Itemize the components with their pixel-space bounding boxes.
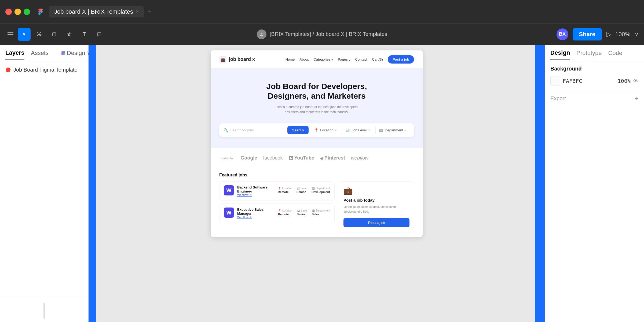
color-swatch[interactable] — [550, 76, 560, 86]
job-company-2[interactable]: Webflow ↗ — [237, 216, 275, 219]
scroll-indicator — [43, 303, 45, 319]
color-hex-value[interactable]: FAFBFC — [563, 78, 615, 84]
export-add-button[interactable]: + — [635, 95, 639, 102]
toolbar: T [BRIX Templates] / Job board X | BRIX … — [0, 24, 644, 45]
preview-navbar: 💼 job board x Home About Categories Page… — [211, 50, 423, 69]
breadcrumb: [BRIX Templates] / Job board X | BRIX Te… — [270, 31, 387, 37]
title-bar: Job board X | BRIX Templates × + — [0, 0, 644, 24]
user-avatar — [257, 29, 266, 39]
figma-preview-frame: 💼 job board x Home About Categories Page… — [211, 50, 423, 237]
nav-brand: 💼 job board x — [219, 56, 255, 63]
left-panel: Layers Assets Design ∨ 🔴 Job Board Figma… — [0, 45, 89, 322]
tab-layers[interactable]: Layers — [5, 49, 24, 60]
tab-title: Job board X | BRIX Templates — [54, 8, 133, 15]
svg-rect-0 — [37, 32, 38, 33]
location-icon: 📍 — [314, 128, 319, 132]
trusted-label: Trusted by — [219, 157, 233, 160]
tab-design[interactable]: Design — [550, 49, 570, 60]
location-dropdown[interactable]: 📍 Location ∨ — [311, 127, 340, 134]
share-button[interactable]: Share — [573, 28, 602, 40]
shape-tool-button[interactable] — [48, 28, 61, 41]
nav-cart[interactable]: Cart(3) — [372, 57, 383, 61]
department-label: Department — [385, 128, 403, 132]
blue-left-panel — [89, 45, 96, 322]
right-panel: Design Prototype Code Background FAFBFC … — [545, 45, 644, 322]
tab-code[interactable]: Code — [608, 50, 623, 60]
visibility-toggle-icon[interactable]: 👁 — [633, 78, 639, 84]
post-job-card-title: Post a job today — [343, 198, 409, 202]
main-layout: Layers Assets Design ∨ 🔴 Job Board Figma… — [0, 45, 644, 322]
job-level-icon: 📊 — [346, 128, 350, 132]
post-job-card-button[interactable]: Post a job — [343, 218, 409, 227]
level-value-1: Senior — [297, 190, 307, 194]
job-title-1: Backend Software Engineer — [237, 185, 275, 193]
svg-rect-2 — [37, 35, 38, 36]
nav-contact[interactable]: Contact — [355, 57, 367, 61]
hero-subtitle: Jobs is a curated job board of the best … — [268, 105, 365, 115]
select-tool-button[interactable] — [18, 28, 31, 41]
youtube-logo: ▶ YouTube — [289, 155, 314, 161]
nav-pages[interactable]: Pages — [338, 57, 350, 61]
table-row[interactable]: W Executive Sales Manager Webflow ↗ 📍 Lo… — [219, 203, 335, 223]
maximize-button[interactable] — [24, 9, 30, 15]
tab-close-icon[interactable]: × — [136, 9, 139, 14]
tab-assets[interactable]: Assets — [31, 50, 49, 60]
zoom-level[interactable]: 100% — [615, 31, 630, 38]
new-tab-button[interactable]: + — [147, 8, 151, 16]
job-title-2: Executive Sales Manager — [237, 208, 275, 216]
comment-tool-button[interactable] — [93, 28, 106, 41]
list-item[interactable]: 🔴 Job Board Figma Template — [5, 65, 83, 75]
active-tab[interactable]: Job board X | BRIX Templates × — [49, 6, 144, 17]
brand-icon: 💼 — [219, 56, 226, 63]
department-chevron-icon: ∨ — [405, 129, 407, 132]
svg-point-7 — [261, 33, 262, 34]
location-meta-icon: 📍 — [278, 187, 281, 190]
toolbar-right: BX Share ▷ 100% ∨ — [557, 28, 639, 40]
export-label: Export — [550, 95, 566, 102]
level-meta-icon: 📊 — [297, 187, 300, 190]
nav-about[interactable]: About — [299, 57, 309, 61]
post-job-card-desc: Lorem ipsum dolor sit amet, consectetur … — [343, 205, 409, 214]
nav-post-job-button[interactable]: Post a job — [388, 55, 414, 64]
location-value-2: Remote — [278, 213, 292, 216]
user-profile-avatar[interactable]: BX — [557, 28, 568, 40]
hamburger-menu[interactable] — [5, 30, 16, 38]
trusted-logos: Google facebook ▶ YouTube ◉ Pinterest we… — [241, 155, 368, 161]
figma-logo-icon — [36, 8, 45, 16]
table-row[interactable]: W Backend Software Engineer Webflow ↗ 📍 … — [219, 181, 335, 201]
text-tool-button[interactable]: T — [78, 28, 91, 41]
pinterest-logo: ◉ Pinterest — [320, 155, 345, 161]
search-submit-button[interactable]: Search — [287, 126, 309, 134]
play-button[interactable]: ▷ — [606, 31, 611, 38]
nav-home[interactable]: Home — [286, 57, 295, 61]
search-placeholder: Search for jobs — [230, 128, 254, 132]
jobs-grid: W Backend Software Engineer Webflow ↗ 📍 … — [219, 181, 414, 232]
department-dropdown[interactable]: 🏢 Department ∨ — [375, 127, 410, 134]
opacity-value[interactable]: 100% — [618, 78, 631, 84]
close-button[interactable] — [5, 9, 12, 15]
tab-prototype[interactable]: Prototype — [576, 50, 602, 60]
zoom-dropdown-icon[interactable]: ∨ — [635, 31, 639, 38]
job-cards-list: W Backend Software Engineer Webflow ↗ 📍 … — [219, 181, 335, 232]
hero-title: Job Board for Developers, Designers, and… — [219, 82, 414, 101]
layer-name: Job Board Figma Template — [13, 67, 78, 73]
job-meta-1: 📍 Location Remote 📊 Level — [278, 187, 330, 194]
nav-categories[interactable]: Categories — [313, 57, 333, 61]
search-section: 🔍 Search for jobs Search 📍 Location ∨ 📊 … — [211, 123, 423, 148]
job-company-1[interactable]: Webflow ↗ — [237, 193, 275, 197]
blue-right-panel — [535, 45, 545, 322]
job-logo-1: W — [224, 185, 234, 195]
search-input-wrap[interactable]: 🔍 Search for jobs — [224, 128, 285, 132]
job-info-1: Backend Software Engineer Webflow ↗ — [237, 185, 275, 197]
frame-tool-button[interactable] — [33, 28, 46, 41]
job-location-1: 📍 Location Remote — [278, 187, 292, 194]
dept-icon: 🏢 — [379, 128, 383, 132]
design-tag[interactable]: Design ∨ — [61, 50, 91, 60]
minimize-button[interactable] — [14, 9, 21, 15]
job-level-label: Job Level — [352, 128, 367, 132]
job-dept-1: 🏢 Department Development — [312, 187, 330, 194]
pen-tool-button[interactable] — [63, 28, 76, 41]
background-color-row: FAFBFC 100% 👁 — [550, 76, 639, 86]
job-level-dropdown[interactable]: 📊 Job Level ∨ — [342, 127, 373, 134]
job-level-chevron-icon: ∨ — [368, 129, 370, 132]
